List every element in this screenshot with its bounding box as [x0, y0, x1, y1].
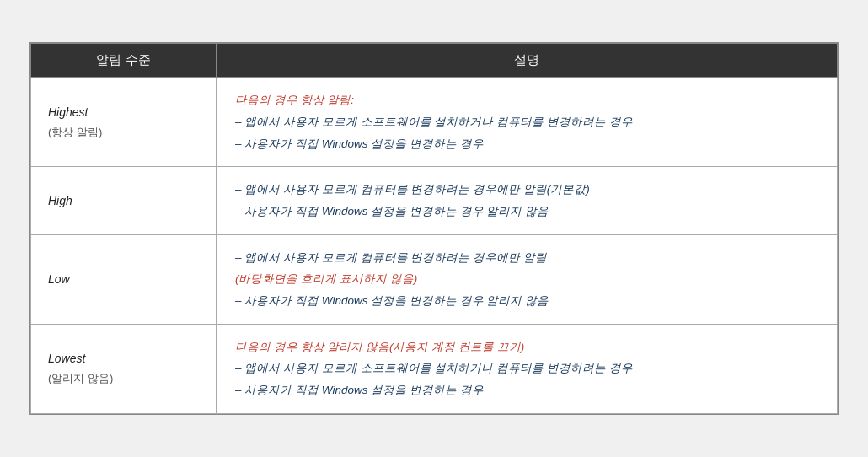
- desc-line: – 앱에서 사용자 모르게 소프트웨어를 설치하거나 컴퓨터를 변경하려는 경우: [235, 358, 818, 379]
- desc-line: – 사용자가 직접 Windows 설정을 변경하는 경우 알리지 않음: [235, 201, 818, 223]
- desc-line: – 앱에서 사용자 모르게 컴퓨터를 변경하려는 경우에만 알림: [235, 247, 818, 269]
- level-name: Low: [48, 272, 70, 286]
- desc-line: 다음의 경우 항상 알리지 않음(사용자 계정 컨트롤 끄기): [235, 336, 818, 358]
- desc-cell-3: 다음의 경우 항상 알리지 않음(사용자 계정 컨트롤 끄기)– 앱에서 사용자…: [217, 324, 838, 413]
- level-name: High: [48, 194, 72, 207]
- desc-line: – 사용자가 직접 Windows 설정을 변경하는 경우: [235, 379, 818, 401]
- level-cell-3: Lowest(알리지 않음): [31, 324, 217, 413]
- level-name: Highest: [48, 105, 88, 119]
- desc-cell-1: – 앱에서 사용자 모르게 컴퓨터를 변경하려는 경우에만 알림(기본값)– 사…: [217, 167, 838, 234]
- level-sub: (알리지 않음): [48, 372, 113, 384]
- desc-cell-0: 다음의 경우 항상 알림:– 앱에서 사용자 모르게 소프트웨어를 설치하거나 …: [217, 78, 838, 167]
- table-row: High– 앱에서 사용자 모르게 컴퓨터를 변경하려는 경우에만 알림(기본값…: [31, 167, 838, 234]
- table-row: Low– 앱에서 사용자 모르게 컴퓨터를 변경하려는 경우에만 알림(바탕화면…: [31, 234, 838, 324]
- level-cell-2: Low: [31, 234, 217, 324]
- desc-cell-2: – 앱에서 사용자 모르게 컴퓨터를 변경하려는 경우에만 알림(바탕화면을 흐…: [217, 234, 838, 324]
- table-row: Lowest(알리지 않음)다음의 경우 항상 알리지 않음(사용자 계정 컨트…: [31, 324, 838, 413]
- desc-line: – 앱에서 사용자 모르게 소프트웨어를 설치하거나 컴퓨터를 변경하려는 경우: [235, 111, 818, 133]
- desc-line: – 사용자가 직접 Windows 설정을 변경하는 경우: [235, 133, 818, 155]
- desc-line: (바탕화면을 흐리게 표시하지 않음): [235, 268, 818, 290]
- table-row: Highest(항상 알림)다음의 경우 항상 알림:– 앱에서 사용자 모르게…: [31, 78, 838, 167]
- level-cell-0: Highest(항상 알림): [31, 78, 217, 167]
- level-sub: (항상 알림): [48, 126, 102, 138]
- notification-level-table: 알림 수준 설명 Highest(항상 알림)다음의 경우 항상 알림:– 앱에…: [29, 42, 839, 414]
- desc-line: 다음의 경우 항상 알림:: [235, 89, 818, 111]
- header-desc: 설명: [217, 44, 838, 78]
- desc-line: – 앱에서 사용자 모르게 컴퓨터를 변경하려는 경우에만 알림(기본값): [235, 179, 818, 201]
- desc-line: – 사용자가 직접 Windows 설정을 변경하는 경우 알리지 않음: [235, 290, 818, 312]
- header-level: 알림 수준: [31, 44, 217, 78]
- level-name: Lowest: [48, 352, 85, 365]
- level-cell-1: High: [31, 167, 217, 234]
